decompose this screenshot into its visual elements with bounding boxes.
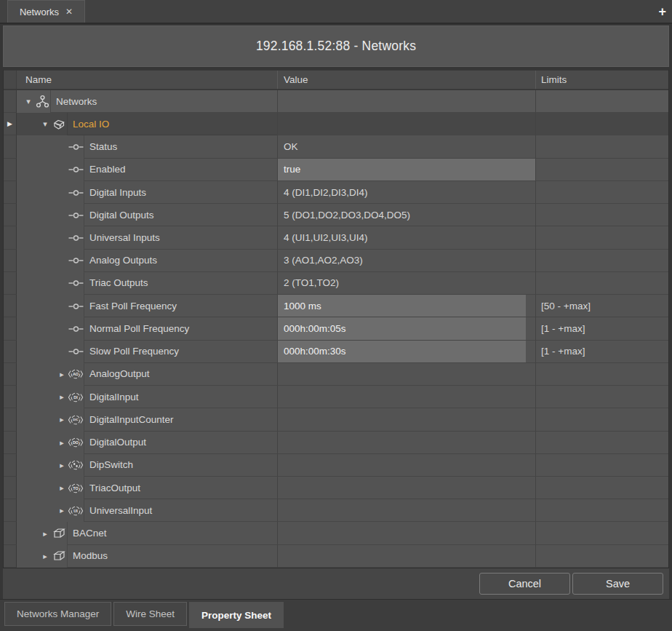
- value-text: [278, 90, 535, 112]
- tree-row[interactable]: Digital Outputs5 (DO1,DO2,DO3,DO4,DO5): [4, 204, 668, 226]
- column-header-limits[interactable]: Limits: [535, 71, 668, 89]
- tab-networks-manager[interactable]: Networks Manager: [4, 602, 111, 626]
- row-gutter[interactable]: [4, 181, 17, 204]
- tab-property-sheet[interactable]: Property Sheet: [189, 602, 284, 628]
- value-cell: [277, 499, 535, 522]
- tree-indent: ▾: [17, 113, 67, 135]
- tree-row[interactable]: Analog Outputs3 (AO1,AO2,AO3): [4, 250, 668, 272]
- name-cell: Triac Outputs: [17, 272, 277, 295]
- module-badge-icon: DO: [68, 437, 84, 448]
- expander-icon[interactable]: ▸: [39, 545, 51, 568]
- row-label: Modbus: [67, 545, 277, 568]
- svg-text:DI: DI: [73, 394, 78, 399]
- tree-row[interactable]: ▸ Modbus: [4, 545, 668, 568]
- value-text: [278, 522, 535, 544]
- row-gutter[interactable]: [4, 545, 17, 568]
- tab-networks-label: Networks: [20, 7, 59, 17]
- add-tab-icon[interactable]: +: [658, 5, 666, 18]
- row-gutter[interactable]: [4, 204, 17, 226]
- tree-row[interactable]: ▸ DICDigitalInputCounter: [4, 408, 668, 431]
- row-gutter[interactable]: [4, 272, 17, 295]
- tree-row[interactable]: Enabledtrue: [4, 159, 668, 181]
- expander-icon[interactable]: ▸: [39, 523, 51, 545]
- tab-wire-sheet[interactable]: Wire Sheet: [113, 602, 187, 626]
- expander-icon[interactable]: ▾: [23, 90, 34, 113]
- value-cell: [277, 386, 535, 408]
- expander-icon[interactable]: ▸: [56, 408, 68, 431]
- tree-row[interactable]: ▸ BACnet: [4, 522, 668, 544]
- tree-row[interactable]: ▸ AOAnalogOutput: [4, 363, 668, 386]
- row-label: Fast Poll Frequency: [84, 295, 277, 317]
- tree-row[interactable]: Fast Poll Frequency1000 ms[50 - +max]: [4, 295, 668, 317]
- expander-icon[interactable]: ▸: [56, 432, 68, 454]
- tree-row[interactable]: StatusOK: [4, 135, 668, 158]
- tree-row[interactable]: Triac Outputs2 (TO1,TO2): [4, 272, 668, 295]
- tree-indent: ▾: [17, 90, 50, 113]
- row-gutter[interactable]: [4, 454, 17, 477]
- row-gutter[interactable]: [4, 499, 17, 522]
- property-icon: [68, 302, 84, 311]
- tree-row[interactable]: ▾ Networks: [4, 90, 668, 113]
- row-gutter[interactable]: [4, 90, 17, 113]
- value-input[interactable]: 000h:00m:30s: [278, 341, 526, 362]
- row-gutter[interactable]: [4, 341, 17, 363]
- tree-row[interactable]: Normal Poll Frequency000h:00m:05s[1 - +m…: [4, 317, 668, 340]
- row-label: Universal Inputs: [84, 226, 277, 249]
- expander-icon[interactable]: ▸: [56, 363, 68, 386]
- tab-networks[interactable]: Networks ✕: [7, 0, 85, 23]
- name-cell: Normal Poll Frequency: [17, 317, 277, 340]
- tree-row[interactable]: ▸ UIUniversalInput: [4, 499, 668, 522]
- module-badge-icon: UI: [68, 505, 84, 517]
- tree-row[interactable]: ▸ DipSwitch: [4, 454, 668, 477]
- limits-cell: [1 - +max]: [535, 341, 668, 363]
- tree-row[interactable]: Slow Poll Frequency000h:00m:30s[1 - +max…: [4, 341, 668, 363]
- row-gutter[interactable]: [4, 477, 17, 499]
- row-label: DigitalInputCounter: [84, 408, 277, 431]
- row-gutter[interactable]: [4, 408, 17, 431]
- row-gutter[interactable]: [4, 432, 17, 454]
- expander-icon[interactable]: ▸: [56, 499, 68, 522]
- row-gutter[interactable]: [4, 135, 17, 158]
- expander-icon[interactable]: ▸: [56, 386, 68, 408]
- expander-icon[interactable]: ▸: [56, 454, 68, 477]
- row-gutter[interactable]: [4, 295, 17, 317]
- tree-row[interactable]: ▸ TOTriacOutput: [4, 477, 668, 499]
- row-label: Analog Outputs: [84, 250, 277, 272]
- tree-row[interactable]: ▶▾ Local IO: [4, 113, 668, 135]
- row-gutter[interactable]: [4, 317, 17, 340]
- expander-icon[interactable]: ▸: [56, 477, 68, 499]
- cancel-button[interactable]: Cancel: [479, 573, 570, 595]
- value-input[interactable]: 000h:00m:05s: [278, 317, 526, 339]
- tree-row[interactable]: Universal Inputs4 (UI1,UI2,UI3,UI4): [4, 226, 668, 249]
- name-cell: Enabled: [17, 159, 277, 181]
- row-selection-marker[interactable]: ▶: [4, 113, 17, 135]
- tree-indent: [17, 181, 84, 204]
- tree-row[interactable]: ▸ DODigitalOutput: [4, 432, 668, 454]
- row-gutter[interactable]: [4, 522, 17, 544]
- cube-icon: [51, 528, 67, 539]
- value-text: 5 (DO1,DO2,DO3,DO4,DO5): [278, 204, 535, 226]
- close-icon[interactable]: ✕: [65, 7, 73, 17]
- value-input[interactable]: true: [278, 159, 535, 180]
- tree-row[interactable]: ▸ DIDigitalInput: [4, 386, 668, 408]
- tree-indent: ▸ TO: [17, 477, 84, 499]
- row-gutter[interactable]: [4, 363, 17, 386]
- column-header-value[interactable]: Value: [277, 71, 535, 89]
- expander-icon[interactable]: ▾: [39, 113, 51, 135]
- tree-indent: [17, 341, 84, 363]
- name-cell: ▸ UIUniversalInput: [17, 499, 277, 522]
- row-gutter[interactable]: [4, 159, 17, 181]
- tree-indent: [17, 159, 84, 181]
- name-cell: Slow Poll Frequency: [17, 341, 277, 363]
- value-input[interactable]: 1000 ms: [278, 295, 526, 317]
- row-gutter[interactable]: [4, 386, 17, 408]
- limits-cell: [535, 113, 668, 135]
- row-gutter[interactable]: [4, 250, 17, 272]
- tree-indent: ▸ DI: [17, 386, 84, 408]
- tree-row[interactable]: Digital Inputs4 (DI1,DI2,DI3,DI4): [4, 181, 668, 204]
- column-header-name[interactable]: Name: [17, 71, 277, 89]
- save-button[interactable]: Save: [572, 573, 663, 595]
- name-cell: ▸ TOTriacOutput: [17, 477, 277, 499]
- name-cell: Fast Poll Frequency: [17, 295, 277, 317]
- row-gutter[interactable]: [4, 226, 17, 249]
